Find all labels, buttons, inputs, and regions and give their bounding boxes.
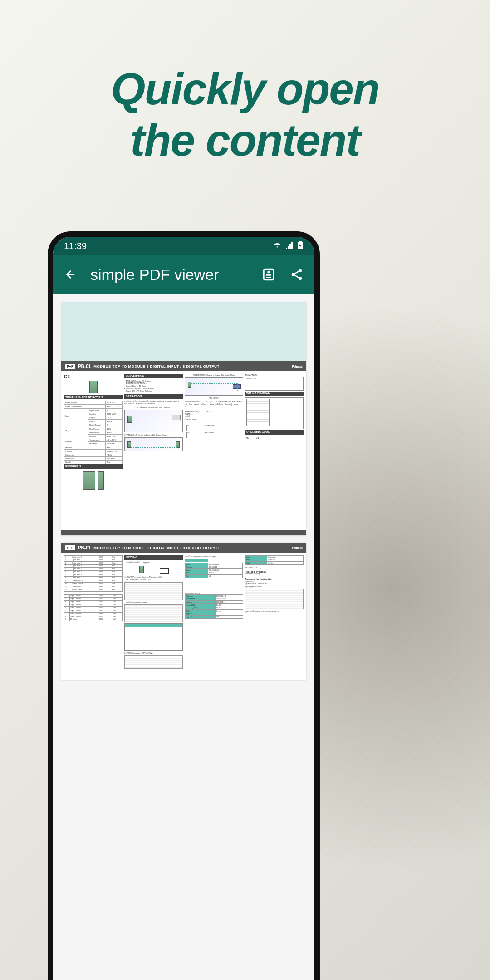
section-setting: SETTING xyxy=(124,555,183,560)
col-reconnect: ModeDescription Serverรอรับคำสั่ง... Tog… xyxy=(245,555,304,677)
headline-line2: the content xyxy=(0,115,490,166)
section-operation: OPERATION xyxy=(124,394,183,399)
status-time: 11:39 xyxy=(64,241,87,251)
wiring-diagram xyxy=(245,397,304,429)
brand-text: Primus xyxy=(292,365,303,368)
col-config: 4.) หน้า Configuration หลังจากการ login … xyxy=(185,555,243,677)
col-operation: DESCRIPTION • เป็นอุปกรณ์ Remote I/O 8 p… xyxy=(124,374,183,527)
svg-point-6 xyxy=(299,277,302,280)
col-setting: SETTING 1.) การเชื่อมต่อเข้ากับ Computer… xyxy=(124,555,183,677)
dimension-drawing xyxy=(83,471,95,490)
app-title: simple PDF viewer xyxy=(90,266,249,284)
doc-header-2: P+F PB-01 MODBUS TCP I/O MODULE 8 DIGITA… xyxy=(61,543,306,553)
svg-point-1 xyxy=(268,271,270,273)
col-mode: การเชื่อมต่อแบบ Device to Device ผ่าน To… xyxy=(185,374,243,527)
headline-line1: Quickly open xyxy=(0,64,490,115)
computer-icon xyxy=(160,568,169,574)
doc-title-2: MODBUS TCP I/O MODULE 8 DIGITAL INPUT / … xyxy=(93,546,289,550)
doc-header-1: P+F PB-01 MODBUS TCP I/O MODULE 8 DIGITA… xyxy=(61,361,306,371)
col-spec: CE TECHNICAL SPECIFICATION Power Supply1… xyxy=(64,374,122,527)
pdf-page-1: P+F PB-01 MODBUS TCP I/O MODULE 8 DIGITA… xyxy=(61,302,306,535)
net-setting-table: IP Address192.168.1.100 Subnet Mask255.2… xyxy=(185,594,243,618)
brand-logo-2: P+F xyxy=(65,545,75,550)
phone-screen: 11:39 simple PDF viewer xyxy=(53,237,314,980)
dimension-drawing-side xyxy=(98,471,104,490)
share-button[interactable] xyxy=(288,266,305,283)
app-bar: simple PDF viewer xyxy=(53,255,314,294)
doc-body-2: 1Digital Input 000001Read 2Digital Input… xyxy=(61,553,306,680)
network-diagram-2 xyxy=(124,437,183,451)
doc-body-1: CE TECHNICAL SPECIFICATION Power Supply1… xyxy=(61,371,306,530)
ce-mark: CE xyxy=(64,374,122,380)
spec-table: Power Supply12-36 VDC Power Consumption3… xyxy=(64,401,122,464)
config-screenshot-3 xyxy=(124,623,183,651)
model-number-2: PB-01 xyxy=(78,545,91,550)
status-bar: 11:39 xyxy=(53,237,314,255)
signal-icon xyxy=(285,241,294,251)
col-registers: 1Digital Input 000001Read 2Digital Input… xyxy=(64,555,122,677)
cmd-screenshot xyxy=(245,589,304,609)
order-prefix: PB - xyxy=(245,436,250,439)
page1-header-space xyxy=(61,302,306,361)
config-screenshot-5: Static IP192.168.1.100Gateway192.168.1.1… xyxy=(185,559,243,590)
pdf-page-2: P+F PB-01 MODBUS TCP I/O MODULE 8 DIGITA… xyxy=(61,543,306,680)
status-icons xyxy=(273,241,304,251)
network-diagram-3 xyxy=(185,377,243,396)
wifi-icon xyxy=(273,241,282,251)
marketing-headline: Quickly open the content xyxy=(0,64,490,166)
col-wiring: ลักษณะเชื่อมต่อ 24V GND ... D/I WIRING D… xyxy=(245,374,304,527)
section-ordering: ORDERING CODE xyxy=(245,430,304,435)
section-description: DESCRIPTION xyxy=(124,374,183,378)
section-dimension: DIMENSION xyxy=(64,464,122,469)
network-diagram-1 xyxy=(124,410,183,432)
section-techspec: TECHNICAL SPECIFICATION xyxy=(64,395,122,400)
register-table-output: 1Digital Output 000009R/W 2Digital Outpu… xyxy=(64,594,122,622)
config-screenshot-2 xyxy=(124,604,183,622)
section-wiring: WIRING DIAGRAM xyxy=(245,392,304,396)
doc-title: MODBUS TCP I/O MODULE 8 DIGITAL INPUT / … xyxy=(93,364,289,368)
model-number: PB-01 xyxy=(78,364,91,369)
back-button[interactable] xyxy=(62,266,79,283)
module-illustration xyxy=(89,381,98,393)
doc-footer-1 xyxy=(61,530,306,535)
battery-icon xyxy=(297,241,304,251)
mode-table: ModeDescription Serverรอรับคำสั่ง... Tog… xyxy=(245,555,304,565)
svg-point-4 xyxy=(299,269,302,273)
config-screenshot-4 xyxy=(124,655,183,669)
register-table-input: 1Digital Input 000001Read 2Digital Input… xyxy=(64,555,122,592)
svg-point-5 xyxy=(292,273,295,276)
brand-text-2: Primus xyxy=(292,546,303,549)
brand-logo: P+F xyxy=(65,364,75,369)
pdf-viewport[interactable]: P+F PB-01 MODBUS TCP I/O MODULE 8 DIGITA… xyxy=(53,294,314,980)
info-button[interactable] xyxy=(260,266,277,283)
module-icon-1 xyxy=(139,566,144,573)
config-screenshot-1 xyxy=(124,582,183,600)
order-value: 01 xyxy=(253,436,262,440)
block-diagram: D/I CPU MODULE D/O RJ45 SOCKET xyxy=(185,423,243,443)
connector-top: 24V GND ... D/I xyxy=(245,377,304,391)
phone-frame: 11:39 simple PDF viewer xyxy=(48,231,320,980)
